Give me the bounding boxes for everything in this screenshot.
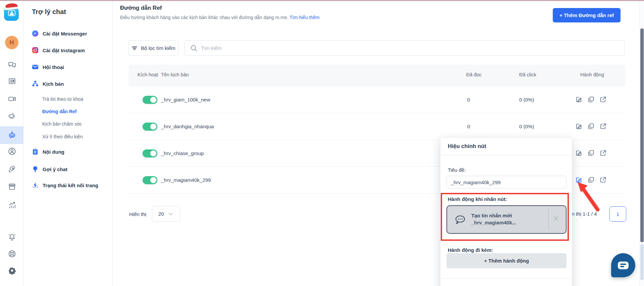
activate-toggle[interactable] xyxy=(143,96,157,104)
search-input[interactable] xyxy=(201,41,617,56)
sidebar: Trợ lý chat Cài đặt Messenger Cài đặt In… xyxy=(23,0,113,286)
chevron-down-icon xyxy=(169,213,173,215)
clipboard-icon xyxy=(32,148,39,155)
sidebar-item-content[interactable]: Nội dung xyxy=(32,148,64,156)
filter-button[interactable]: Bộ lọc tìm kiếm xyxy=(128,40,178,56)
col-click: Đã click xyxy=(519,72,536,77)
col-read: Đã đọc xyxy=(466,72,482,77)
col-actions: Hành động xyxy=(580,72,604,77)
sidebar-item-conversations[interactable]: Hội thoại xyxy=(32,63,64,71)
external-link-icon[interactable] xyxy=(599,149,607,157)
lifebuoy-icon[interactable] xyxy=(8,249,16,258)
col-name: Tên kịch bản xyxy=(161,72,189,77)
external-link-icon[interactable] xyxy=(599,123,607,130)
press-action-label: Hành động khi nhấn nút: xyxy=(448,196,507,202)
action-chip-title: Tạo tin nhắn mới xyxy=(471,213,512,218)
person-icon[interactable] xyxy=(8,147,16,156)
sidebar-title: Trợ lý chat xyxy=(32,8,66,16)
page-number-button[interactable]: 1 xyxy=(609,206,626,222)
icon-rail: H xyxy=(0,0,23,286)
activate-toggle[interactable] xyxy=(143,176,157,184)
remove-action-icon[interactable]: ✕ xyxy=(553,215,559,223)
search-box xyxy=(184,40,625,56)
col-activate: Kích hoạt xyxy=(138,72,158,77)
instagram-icon xyxy=(32,47,39,54)
script-name: _hrv_danhgia_nhanqua xyxy=(161,124,214,129)
lightbulb-icon xyxy=(32,166,39,172)
gear-icon[interactable] xyxy=(8,266,16,275)
scrollbar[interactable] xyxy=(639,1,644,286)
action-chip-subtitle: _hrv_magiam40k... xyxy=(471,220,516,225)
chat-widget-icon xyxy=(618,262,629,269)
sidebar-item-connection-status[interactable]: Trạng thái kết nối trang xyxy=(32,181,98,189)
external-link-icon[interactable] xyxy=(599,176,607,184)
table-header: Kích hoạt Tên kịch bản Đã đọc Đã click H… xyxy=(128,65,626,86)
external-link-icon[interactable] xyxy=(599,96,607,103)
news-icon[interactable] xyxy=(8,77,16,85)
chat-ellipsis-icon xyxy=(454,215,466,225)
chat-bubbles-icon[interactable] xyxy=(8,61,16,69)
learn-more-link[interactable]: Tìm hiểu thêm xyxy=(289,15,319,20)
copy-icon[interactable] xyxy=(587,123,595,130)
edit-icon[interactable] xyxy=(575,149,583,157)
edit-icon[interactable] xyxy=(575,96,583,103)
copy-icon[interactable] xyxy=(587,149,595,157)
edit-button-popup: Hiệu chỉnh nút Tiêu đề: Hành động khi nh… xyxy=(440,137,572,286)
read-count: 0 xyxy=(467,97,470,102)
read-count: 0 xyxy=(467,124,470,129)
script-name: _hrv_giam_100k_new xyxy=(161,97,210,102)
sidebar-subitem-keyword-reply[interactable]: Trả lời theo từ khoá xyxy=(42,96,83,102)
sidebar-subitem-ref-link-active[interactable]: Đường dẫn Ref xyxy=(42,109,77,114)
sidebar-subitem-condition[interactable]: Xử lí theo điều kiện xyxy=(42,134,83,139)
envelope-icon xyxy=(32,64,39,70)
copy-icon[interactable] xyxy=(587,176,595,184)
sidebar-item-chat-suggestions[interactable]: Gợi ý chat xyxy=(32,165,67,173)
chart-icon[interactable] xyxy=(8,201,16,209)
page-size-label: Hiển thị xyxy=(129,211,146,217)
rocket-icon[interactable] xyxy=(8,165,16,173)
add-action-button[interactable]: + Thêm hành động xyxy=(446,253,567,268)
avatar[interactable]: H xyxy=(5,36,18,49)
store-icon[interactable] xyxy=(8,183,16,191)
copy-icon[interactable] xyxy=(587,96,595,103)
filter-icon xyxy=(131,45,138,51)
scrollbar-track-tail xyxy=(640,244,644,280)
edit-icon[interactable] xyxy=(575,123,583,130)
extra-action-label: Hành động đi kèm: xyxy=(448,247,493,253)
megaphone-icon[interactable] xyxy=(8,112,16,121)
script-name: _hrv_chiase_group xyxy=(161,150,204,156)
sidebar-item-messenger[interactable]: Cài đặt Messenger xyxy=(32,29,87,38)
main-content: Đường dẫn Ref Điều hướng khách hàng vào … xyxy=(113,0,644,286)
action-chip[interactable]: Tạo tin nhắn mới _hrv_magiam40k... ✕ xyxy=(446,205,567,234)
search-icon xyxy=(190,45,198,52)
chat-widget-button[interactable] xyxy=(611,253,635,277)
page-title: Đường dẫn Ref xyxy=(120,5,162,11)
page-size-select[interactable]: 20 xyxy=(152,206,180,222)
lightning-icon xyxy=(32,182,39,189)
chip-divider xyxy=(548,209,549,230)
app-logo[interactable] xyxy=(3,5,20,21)
script-name: _hrv_magiam40k_299 xyxy=(161,177,211,183)
robot-icon xyxy=(8,131,16,139)
sitemap-icon xyxy=(32,80,39,87)
page-description: Điều hướng khách hàng vào các kịch bản k… xyxy=(120,15,320,20)
sidebar-item-scripts[interactable]: Kịch bản xyxy=(32,80,64,88)
activate-toggle[interactable] xyxy=(143,123,157,131)
click-count: 0 (0%) xyxy=(519,124,534,129)
popup-title: Hiệu chỉnh nút xyxy=(448,143,486,149)
add-ref-link-button[interactable]: + Thêm Đường dẫn ref xyxy=(553,8,621,22)
sidebar-item-instagram[interactable]: Cài đặt Instagram xyxy=(32,46,85,54)
click-count: 0 (0%) xyxy=(519,97,534,102)
title-field-label: Tiêu đề: xyxy=(448,167,466,173)
messenger-icon xyxy=(32,30,39,37)
bell-icon[interactable] xyxy=(8,233,16,241)
holiday-top-strip xyxy=(0,0,644,1)
activate-toggle[interactable] xyxy=(143,149,157,157)
camera-icon[interactable] xyxy=(8,94,16,103)
title-field-input[interactable] xyxy=(446,176,567,189)
table-row: _hrv_danhgia_nhanqua 0 0 (0%) xyxy=(128,113,626,140)
table-row: _hrv_giam_100k_new 0 0 (0%) xyxy=(128,86,626,113)
edit-icon-highlighted[interactable] xyxy=(575,176,583,184)
scrollbar-thumb[interactable] xyxy=(640,28,644,242)
sidebar-subitem-care-script[interactable]: Kịch bản chăm sóc xyxy=(42,121,82,127)
